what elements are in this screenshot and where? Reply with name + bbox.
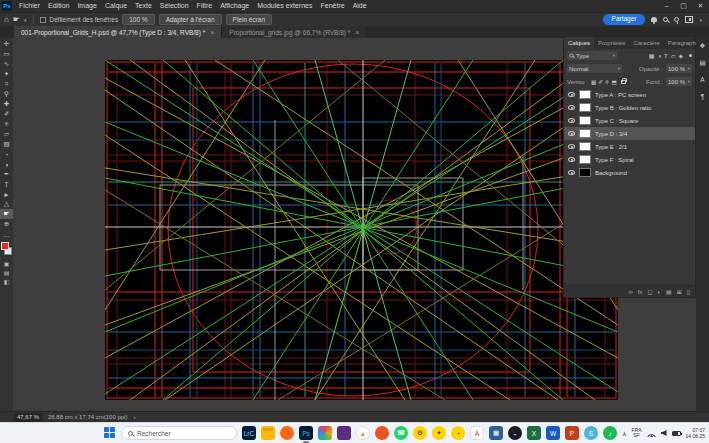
app-powerpoint-icon[interactable]: P — [565, 426, 579, 440]
lock-all-icon[interactable] — [621, 80, 626, 84]
layer-group-icon[interactable]: ▤ — [666, 288, 672, 295]
layer-type-f-spiral[interactable]: Type F : Spiral — [564, 153, 695, 166]
visibility-eye-icon[interactable] — [568, 144, 575, 149]
chevron-down-icon[interactable]: ▾ — [24, 17, 27, 23]
share-button[interactable]: Partager — [603, 14, 646, 25]
panel-tab-caract-re[interactable]: Caractère — [629, 37, 663, 49]
layer-type-b-golden-ratio[interactable]: Type B : Golden ratio — [564, 101, 695, 114]
edit-mode-icon[interactable]: ◧ — [4, 278, 10, 285]
new-layer-icon[interactable]: ⊞ — [677, 288, 682, 295]
libraries-panel-icon[interactable]: ▤ — [696, 57, 709, 68]
fill-select[interactable]: 100 % ▾ — [666, 77, 692, 86]
type-tool[interactable]: T — [0, 179, 13, 189]
volume-icon[interactable] — [661, 430, 667, 436]
app-spotify-icon[interactable]: ♪ — [603, 426, 617, 440]
app-app-blue-round-icon[interactable]: S — [584, 426, 598, 440]
layer-thumbnail[interactable] — [579, 116, 591, 125]
battery-icon[interactable] — [672, 431, 681, 436]
link-layers-icon[interactable]: ∞ — [628, 289, 632, 295]
search-icon[interactable] — [663, 17, 668, 22]
character-panel-icon[interactable]: A — [696, 74, 709, 85]
layer-thumbnail[interactable] — [579, 168, 591, 177]
blend-mode-select[interactable]: Normal ▾ — [567, 64, 622, 73]
lock-move-icon[interactable]: ✛ — [605, 79, 610, 85]
clone-stamp-tool[interactable]: ⍟ — [0, 119, 13, 129]
zoom-100-button[interactable]: 100 % — [122, 14, 154, 26]
panel-tab-propri-t-s[interactable]: Propriétés — [594, 37, 629, 49]
app-app-yellow-gear-icon[interactable]: ⚙ — [413, 426, 427, 440]
layer-type-c-square[interactable]: Type C : Square — [564, 114, 695, 127]
menu-s-lection[interactable]: Sélection — [156, 0, 193, 12]
magic-wand-tool[interactable]: ✦ — [0, 69, 13, 79]
fit-screen-button[interactable]: Adapter à l'écran — [159, 14, 222, 26]
app-whatsapp-icon[interactable]: ☎ — [394, 426, 408, 440]
close-button[interactable]: ✕ — [692, 0, 709, 12]
visibility-eye-icon[interactable] — [568, 131, 575, 136]
zoom-level-field[interactable]: 47,67 % — [14, 413, 42, 422]
minimize-button[interactable]: – — [658, 0, 675, 12]
clock[interactable]: 07:07 14.06.25 — [686, 427, 705, 439]
opacity-select[interactable]: 100 % ▾ — [666, 64, 692, 73]
layer-thumbnail[interactable] — [579, 103, 591, 112]
layers-panel-icon[interactable]: ❖ — [696, 40, 709, 51]
close-icon[interactable]: × — [210, 29, 214, 36]
document-tab-psd[interactable]: 001-Proportional_Grids_H.psd @ 47,7% (Ty… — [14, 26, 222, 38]
move-tool[interactable]: ✛ — [0, 39, 13, 49]
menu-filtre[interactable]: Filtre — [193, 0, 217, 12]
discover-lightbulb-icon[interactable] — [674, 17, 679, 22]
chevron-down-icon[interactable]: ▾ — [699, 17, 702, 23]
eraser-tool[interactable]: ▱ — [0, 129, 13, 139]
app-word-icon[interactable]: W — [546, 426, 560, 440]
more-tools[interactable]: … — [0, 229, 13, 239]
app-excel-icon[interactable]: X — [527, 426, 541, 440]
quick-mask-icon[interactable]: ▣ — [4, 260, 10, 267]
dodge-tool[interactable]: ◑ — [0, 159, 13, 169]
app-app-yellow-clock-icon[interactable]: ◔ — [451, 426, 465, 440]
app-firefox-icon[interactable] — [280, 426, 294, 440]
hidden-icons-chevron[interactable]: ∧ — [622, 430, 626, 437]
healing-brush-tool[interactable]: ✚ — [0, 99, 13, 109]
menu-aide[interactable]: Aide — [349, 0, 371, 12]
layer-thumbnail[interactable] — [579, 129, 591, 138]
photoshop-app-icon[interactable]: Ps — [2, 1, 12, 11]
adjustment-filter-icon[interactable]: ◑ — [657, 53, 661, 59]
layer-effects-icon[interactable]: fx — [638, 289, 643, 295]
zoom-tool[interactable]: ⊕ — [0, 219, 13, 229]
app-app-yellow-key-icon[interactable]: ✦ — [432, 426, 446, 440]
menu-modules-externes[interactable]: Modules externes — [253, 0, 316, 12]
status-chevron-icon[interactable]: › — [133, 414, 135, 420]
visibility-eye-icon[interactable] — [568, 118, 575, 123]
blur-tool[interactable]: ◔ — [0, 149, 13, 159]
app-calculator-icon[interactable]: ▦ — [489, 426, 503, 440]
menu-image[interactable]: Image — [73, 0, 100, 12]
document-tab-jpg[interactable]: Proportional_grids.jpg @ 66,7% (RVB/8) *… — [222, 26, 367, 38]
menu-edition[interactable]: Edition — [44, 0, 73, 12]
layer-type-d-3-4[interactable]: Type D : 3/4 — [564, 127, 695, 140]
layer-thumbnail[interactable] — [579, 142, 591, 151]
pixel-filter-icon[interactable]: ▦ — [649, 52, 655, 59]
brush-tool[interactable]: ✐ — [0, 109, 13, 119]
menu-calque[interactable]: Calque — [101, 0, 131, 12]
hand-tool-icon[interactable]: ☛ — [13, 15, 20, 24]
filter-toggle-icon[interactable] — [689, 54, 692, 57]
gradient-tool[interactable]: ▨ — [0, 139, 13, 149]
close-icon[interactable]: × — [355, 29, 359, 36]
visibility-eye-icon[interactable] — [568, 170, 575, 175]
app-app-dark-round-icon[interactable]: ◒ — [508, 426, 522, 440]
paragraph-panel-icon[interactable]: ¶ — [696, 91, 709, 102]
layer-thumbnail[interactable] — [579, 155, 591, 164]
full-screen-button[interactable]: Plein écran — [226, 14, 273, 26]
menu-fichier[interactable]: Fichier — [15, 0, 44, 12]
wifi-icon[interactable] — [647, 430, 656, 437]
workspace-switcher-icon[interactable] — [685, 16, 693, 23]
scroll-all-windows-checkbox[interactable] — [40, 17, 46, 23]
screen-mode-icon[interactable]: ▤ — [4, 269, 10, 276]
taskbar-search[interactable]: Rechercher — [121, 426, 237, 440]
visibility-eye-icon[interactable] — [568, 92, 575, 97]
maximize-button[interactable]: ▢ — [675, 0, 692, 12]
layer-type-e-2-1[interactable]: Type E : 2/1 — [564, 140, 695, 153]
app-vlc-icon[interactable]: ▲ — [356, 426, 370, 440]
lock-paint-icon[interactable]: ✐ — [598, 79, 603, 85]
visibility-eye-icon[interactable] — [568, 157, 575, 162]
path-select-tool[interactable]: ► — [0, 189, 13, 199]
